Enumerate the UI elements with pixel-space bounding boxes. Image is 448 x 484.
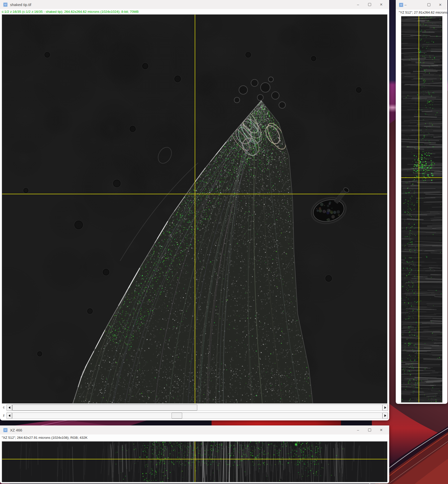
maximize-icon bbox=[368, 428, 371, 431]
xz-image-canvas[interactable] bbox=[2, 441, 387, 482]
yz-image-canvas[interactable] bbox=[401, 16, 442, 403]
xz-window-title: XZ 466 bbox=[10, 428, 22, 432]
main-image-window: IJ shaked tip.tif – ✕ c:1/2 z:16/35 (c:1… bbox=[0, 0, 389, 420]
xz-view-window: IJ XZ 466 – ✕ "XZ 512"; 264.62x27.91 mic… bbox=[0, 425, 389, 483]
main-image-canvas[interactable] bbox=[2, 14, 387, 404]
yz-info-line: "YZ 512"; 27.91x264.62 microns bbox=[396, 10, 447, 16]
close-button[interactable]: ✕ bbox=[375, 425, 387, 434]
left-triangle-icon bbox=[9, 406, 10, 409]
main-info-line: c:1/2 z:16/35 (c:1/2 z:16/35 - shaked ti… bbox=[0, 9, 389, 15]
minimize-button[interactable]: – bbox=[402, 0, 409, 9]
channel-scrollbar-left-arrow[interactable] bbox=[7, 404, 12, 411]
maximize-button[interactable] bbox=[422, 0, 435, 9]
xz-info-line: "XZ 512"; 264.62x27.91 microns (1024x108… bbox=[0, 434, 389, 441]
minimize-button[interactable]: – bbox=[352, 0, 364, 9]
z-scrollbar-right-arrow[interactable] bbox=[382, 412, 388, 419]
yz-view-window: IJ – ✕ "YZ 512"; 27.91x264.62 microns bbox=[396, 0, 447, 404]
z-scrollbar-left-arrow[interactable] bbox=[7, 412, 12, 419]
z-scrollbar-label: z bbox=[2, 413, 6, 417]
maximize-button[interactable] bbox=[364, 425, 375, 434]
z-scrollbar-track[interactable] bbox=[12, 412, 382, 419]
channel-scrollbar-track[interactable] bbox=[12, 404, 382, 411]
maximize-icon bbox=[427, 3, 430, 6]
channel-scrollbar-right-arrow[interactable] bbox=[382, 404, 388, 411]
channel-scrollbar-label: c bbox=[2, 405, 6, 409]
main-titlebar[interactable]: IJ shaked tip.tif – ✕ bbox=[0, 0, 389, 9]
imagej-app-icon: IJ bbox=[3, 428, 8, 432]
channel-scrollbar-thumb[interactable] bbox=[12, 405, 197, 411]
xz-titlebar[interactable]: IJ XZ 466 – ✕ bbox=[0, 425, 389, 434]
maximize-button[interactable] bbox=[364, 0, 375, 9]
z-scrollbar-thumb[interactable] bbox=[172, 413, 182, 419]
close-button[interactable]: ✕ bbox=[375, 0, 387, 9]
main-window-title: shaked tip.tif bbox=[10, 3, 31, 7]
close-button[interactable]: ✕ bbox=[435, 0, 445, 9]
right-triangle-icon bbox=[384, 406, 386, 409]
left-triangle-icon bbox=[9, 414, 10, 417]
maximize-icon bbox=[368, 3, 371, 6]
right-triangle-icon bbox=[384, 414, 386, 417]
imagej-app-icon: IJ bbox=[3, 3, 8, 7]
yz-titlebar[interactable]: IJ – ✕ bbox=[396, 0, 447, 10]
minimize-button[interactable]: – bbox=[352, 425, 364, 434]
